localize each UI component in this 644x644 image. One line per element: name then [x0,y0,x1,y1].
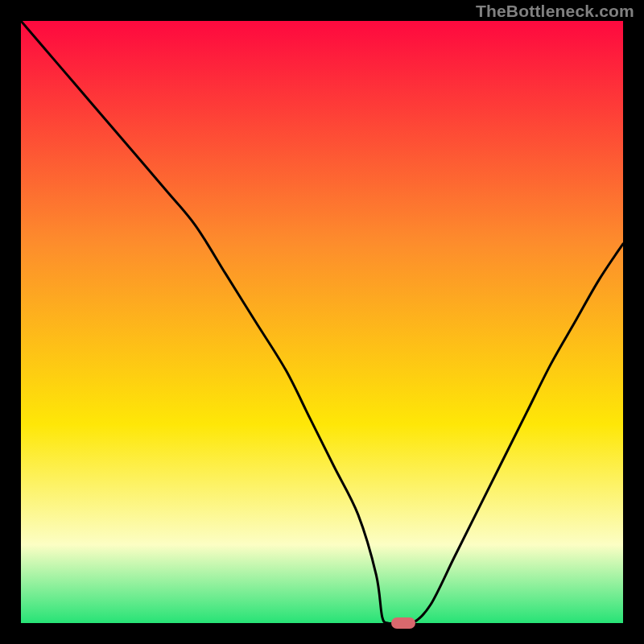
optimal-marker [391,617,415,629]
plot-background [21,21,623,623]
gradient-rect [21,21,623,623]
chart-frame: TheBottleneck.com [0,0,644,644]
watermark-text: TheBottleneck.com [476,2,634,21]
